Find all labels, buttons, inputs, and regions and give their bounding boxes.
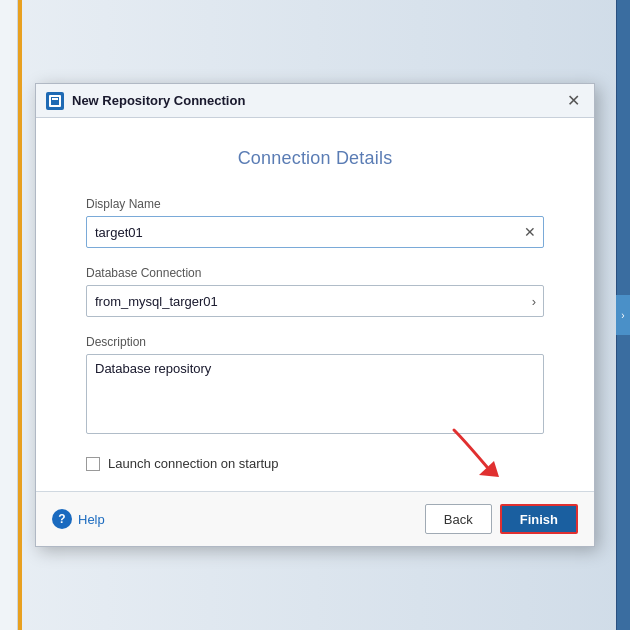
- database-connection-value: from_mysql_targer01: [95, 294, 218, 309]
- display-name-group: Display Name ✕: [86, 197, 544, 248]
- database-connection-select-wrapper: from_mysql_targer01 ›: [86, 285, 544, 317]
- dialog-body: Connection Details Display Name ✕ Databa…: [36, 118, 594, 491]
- description-label: Description: [86, 335, 544, 349]
- dialog-title: New Repository Connection: [72, 93, 562, 108]
- launch-on-startup-label: Launch connection on startup: [108, 456, 279, 471]
- database-connection-group: Database Connection from_mysql_targer01 …: [86, 266, 544, 317]
- bg-accent-bar: [18, 0, 22, 630]
- display-name-label: Display Name: [86, 197, 544, 211]
- dialog-titlebar: New Repository Connection ✕: [36, 84, 594, 118]
- footer-buttons: Back Finish: [425, 504, 578, 534]
- launch-on-startup-wrapper: Launch connection on startup: [86, 456, 544, 471]
- section-title: Connection Details: [86, 148, 544, 169]
- bg-right-chevron: ›: [616, 295, 630, 335]
- back-button[interactable]: Back: [425, 504, 492, 534]
- launch-on-startup-checkbox[interactable]: [86, 457, 100, 471]
- bg-right-bar: ›: [616, 0, 630, 630]
- help-label: Help: [78, 512, 105, 527]
- dialog-app-icon: [49, 95, 61, 107]
- database-connection-select[interactable]: from_mysql_targer01: [86, 285, 544, 317]
- help-button[interactable]: ? Help: [52, 509, 105, 529]
- display-name-input-wrapper: ✕: [86, 216, 544, 248]
- help-icon: ?: [52, 509, 72, 529]
- description-group: Description Database repository: [86, 335, 544, 438]
- dialog-close-button[interactable]: ✕: [562, 90, 584, 112]
- display-name-clear-button[interactable]: ✕: [524, 225, 536, 239]
- dialog-window: New Repository Connection ✕ Connection D…: [35, 83, 595, 547]
- dialog-footer: ? Help Back Finish: [36, 491, 594, 546]
- bg-sidebar: [0, 0, 18, 630]
- database-connection-label: Database Connection: [86, 266, 544, 280]
- finish-button[interactable]: Finish: [500, 504, 578, 534]
- backdrop: › New Repository Connection ✕ Connection…: [0, 0, 630, 630]
- dialog-title-icon: [46, 92, 64, 110]
- description-textarea[interactable]: Database repository: [86, 354, 544, 434]
- display-name-input[interactable]: [86, 216, 544, 248]
